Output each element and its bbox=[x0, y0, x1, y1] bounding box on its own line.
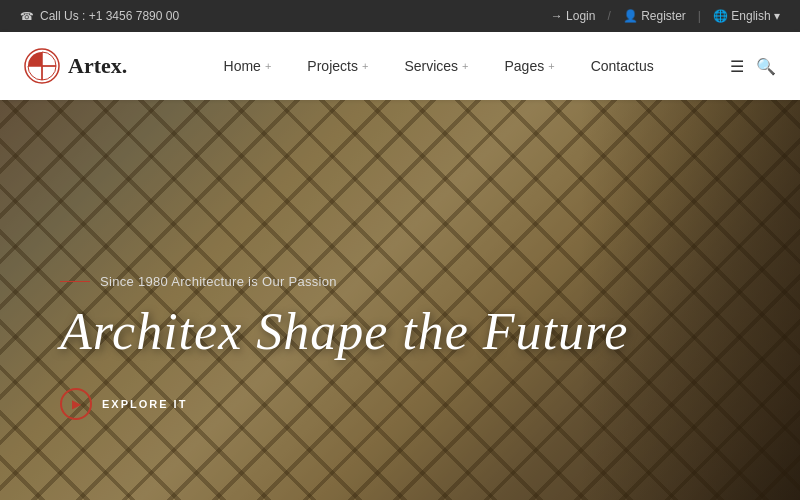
services-plus-icon: + bbox=[462, 60, 468, 72]
top-bar-right: → Login / 👤 Register | 🌐 English ▾ bbox=[551, 9, 780, 23]
top-bar-left: ☎ Call Us : +1 3456 7890 00 bbox=[20, 9, 179, 23]
hamburger-icon[interactable]: ☰ bbox=[730, 57, 744, 76]
chevron-down-icon: ▾ bbox=[774, 9, 780, 23]
projects-plus-icon: + bbox=[362, 60, 368, 72]
register-icon: 👤 bbox=[623, 9, 638, 23]
nav-pages[interactable]: Pages + bbox=[487, 50, 573, 82]
phone-icon: ☎ bbox=[20, 10, 34, 23]
register-link[interactable]: 👤 Register bbox=[623, 9, 686, 23]
tagline-line bbox=[60, 281, 90, 282]
home-plus-icon: + bbox=[265, 60, 271, 72]
pages-plus-icon: + bbox=[548, 60, 554, 72]
login-link[interactable]: → Login bbox=[551, 9, 596, 23]
divider-2: | bbox=[698, 9, 701, 23]
nav-links: Home + Projects + Services + Pages + Con… bbox=[167, 50, 710, 82]
explore-label: EXPLORE IT bbox=[102, 398, 187, 410]
logo-text: Artex. bbox=[68, 53, 127, 79]
nav-projects[interactable]: Projects + bbox=[289, 50, 386, 82]
hero-title: Architex Shape the Future bbox=[60, 303, 628, 360]
call-us-text: Call Us : +1 3456 7890 00 bbox=[40, 9, 179, 23]
hero-content: Since 1980 Architecture is Our Passion A… bbox=[60, 274, 628, 420]
explore-button[interactable]: ▶ EXPLORE IT bbox=[60, 388, 628, 420]
logo-icon bbox=[24, 48, 60, 84]
explore-circle-icon: ▶ bbox=[60, 388, 92, 420]
top-bar: ☎ Call Us : +1 3456 7890 00 → Login / 👤 … bbox=[0, 0, 800, 32]
globe-icon: 🌐 bbox=[713, 9, 728, 23]
nav-right-icons: ☰ 🔍 bbox=[730, 57, 776, 76]
divider-1: / bbox=[607, 9, 610, 23]
explore-arrow-icon: ▶ bbox=[72, 397, 81, 411]
logo[interactable]: Artex. bbox=[24, 48, 127, 84]
hero-tagline: Since 1980 Architecture is Our Passion bbox=[60, 274, 628, 289]
search-icon[interactable]: 🔍 bbox=[756, 57, 776, 76]
nav-services[interactable]: Services + bbox=[386, 50, 486, 82]
nav-home[interactable]: Home + bbox=[206, 50, 290, 82]
nav-contactus[interactable]: Contactus bbox=[573, 50, 672, 82]
navbar: Artex. Home + Projects + Services + Page… bbox=[0, 32, 800, 100]
hero-section: Since 1980 Architecture is Our Passion A… bbox=[0, 100, 800, 500]
login-icon: → bbox=[551, 9, 563, 23]
language-selector[interactable]: 🌐 English ▾ bbox=[713, 9, 780, 23]
